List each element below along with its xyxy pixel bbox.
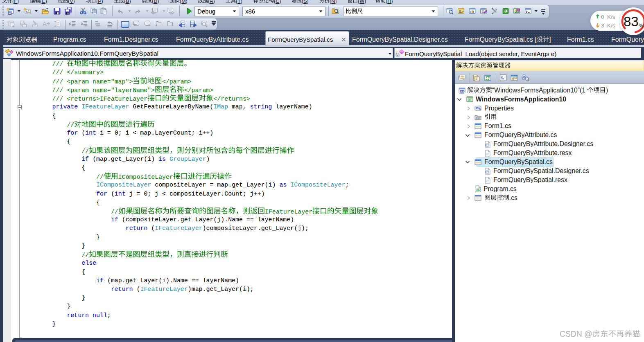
svg-text:%: % <box>639 22 644 29</box>
svg-text:0 K/s: 0 K/s <box>601 14 615 20</box>
svg-text:C#: C# <box>468 99 472 101</box>
svg-text:83: 83 <box>624 14 639 29</box>
svg-text:A: A <box>43 20 47 27</box>
svg-text:3 K/s: 3 K/s <box>601 22 615 29</box>
svg-text:C#: C# <box>477 189 480 191</box>
